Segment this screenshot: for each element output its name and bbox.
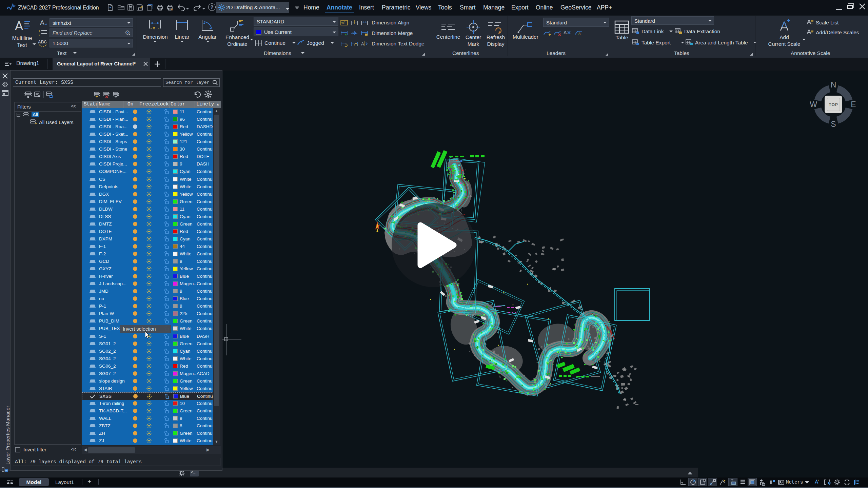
- svg-text:1: 1: [39, 30, 40, 33]
- svg-text:E: E: [851, 100, 856, 109]
- svg-text:N: N: [831, 80, 836, 89]
- svg-text:w1: w1: [341, 21, 346, 25]
- svg-text:2: 2: [39, 33, 40, 36]
- svg-text:S: S: [831, 120, 836, 129]
- svg-text:ABC: ABC: [38, 40, 47, 44]
- svg-text:A: A: [564, 30, 567, 35]
- svg-text:TOP: TOP: [829, 102, 838, 107]
- svg-text:W: W: [810, 100, 817, 109]
- svg-text:8: 8: [578, 32, 580, 36]
- svg-text:A: A: [15, 19, 23, 33]
- svg-text:A: A: [361, 41, 364, 46]
- svg-text:A: A: [40, 19, 44, 26]
